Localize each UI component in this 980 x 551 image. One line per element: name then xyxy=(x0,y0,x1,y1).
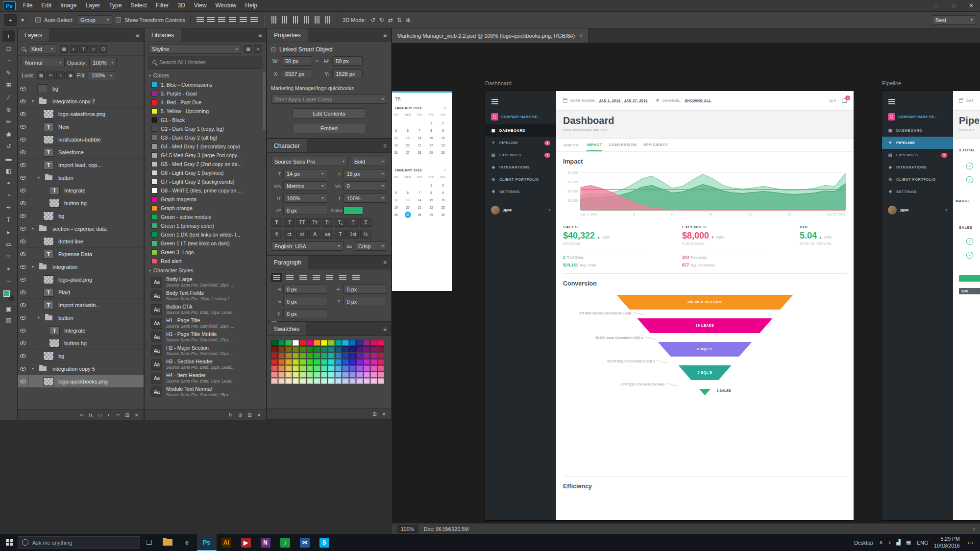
layer-row[interactable]: T Salesforce xyxy=(18,146,144,159)
faux-italic-button[interactable]: T xyxy=(284,218,295,227)
align-bottom-icon[interactable] xyxy=(249,16,259,24)
color-swatch[interactable] xyxy=(314,346,320,352)
visibility-toggle[interactable] xyxy=(18,108,28,120)
align-center-h-icon[interactable] xyxy=(206,16,216,24)
align-left-button[interactable] xyxy=(271,273,282,282)
text-color-swatch[interactable] xyxy=(343,207,363,215)
character-style-item[interactable]: Aa Body LargeSource Sans Pro, Semibold, … xyxy=(145,275,266,289)
visibility-toggle[interactable] xyxy=(18,133,28,145)
color-swatch[interactable] xyxy=(314,372,320,378)
calendar-day[interactable]: 27 xyxy=(402,149,414,156)
library-color-item[interactable]: Green 1 DK (text links on white- l... xyxy=(145,230,266,239)
character-style-item[interactable]: Aa Body Text FieldsSource Sans Pro, 16px… xyxy=(145,289,266,303)
color-swatch[interactable] xyxy=(356,365,363,371)
calendar-day[interactable]: 20 xyxy=(402,204,414,211)
minimize-icon[interactable]: – xyxy=(927,0,945,11)
group-expand-arrow[interactable]: ▾ xyxy=(30,366,35,371)
library-color-item[interactable]: Graph magenta xyxy=(145,195,266,204)
list-view-icon[interactable]: ≡ xyxy=(254,45,262,53)
width-field[interactable]: 50 px xyxy=(282,56,312,66)
layer-row[interactable]: bg xyxy=(18,82,144,95)
color-swatch[interactable] xyxy=(321,378,328,384)
distribute-bottom-icon[interactable] xyxy=(291,16,300,24)
pipeline-sidebar-item-expenses[interactable]: ▤ EXPENSES 1 xyxy=(882,149,953,161)
color-swatch[interactable] xyxy=(278,346,285,352)
calendar-day[interactable]: 22 xyxy=(425,142,437,149)
character-style-item[interactable]: Aa Module Text NormalSource Sans Pro, Se… xyxy=(145,385,266,399)
layer-row[interactable]: T Expense Data xyxy=(18,248,144,261)
taskbar-search-input[interactable] xyxy=(32,540,136,546)
color-swatch[interactable] xyxy=(370,353,377,359)
faux-bold-button[interactable]: T xyxy=(271,218,282,227)
visibility-toggle[interactable] xyxy=(18,235,28,247)
pipeline-sidebar-item-pipeline[interactable]: ▼ PIPELINE xyxy=(882,137,953,149)
calendar-day[interactable]: 9 xyxy=(437,127,449,134)
zoom-tool[interactable]: ⌖ xyxy=(2,263,15,274)
library-color-item[interactable]: Graph orange xyxy=(145,204,266,213)
color-swatch[interactable] xyxy=(285,365,292,371)
color-swatch[interactable] xyxy=(335,365,342,371)
filter-shape-layers-icon[interactable]: ▱ xyxy=(89,45,98,53)
color-swatch[interactable] xyxy=(307,353,314,359)
kerning-field[interactable]: V⁄A Metrics xyxy=(271,181,327,191)
titling-alternates-button[interactable]: T xyxy=(335,230,346,239)
color-swatch[interactable] xyxy=(293,378,299,384)
calendar-day[interactable]: 8 xyxy=(425,189,437,196)
color-swatch[interactable] xyxy=(335,359,342,365)
align-right-button[interactable] xyxy=(297,273,309,282)
color-swatch[interactable] xyxy=(370,340,377,346)
visibility-toggle[interactable] xyxy=(18,120,28,133)
visibility-toggle[interactable] xyxy=(18,248,28,260)
delete-swatch-icon[interactable]: ✕ xyxy=(382,411,386,417)
color-swatch[interactable] xyxy=(342,346,349,352)
tracking-field[interactable]: VA 0 xyxy=(331,181,388,191)
date-range-select[interactable]: JAN 1, 2016 - JAN 27, 2016 xyxy=(599,99,648,103)
gradient-tool[interactable]: ◧ xyxy=(2,165,15,176)
color-swatch[interactable] xyxy=(370,378,377,384)
filter-adjustment-layers-icon[interactable]: ◐ xyxy=(70,45,78,53)
filter-smart-objects-icon[interactable]: ⊡ xyxy=(99,45,107,53)
calendar-day[interactable]: 26 xyxy=(392,149,402,156)
color-swatch[interactable] xyxy=(342,353,349,359)
color-swatch[interactable] xyxy=(314,359,320,365)
visibility-toggle[interactable] xyxy=(18,184,28,196)
color-swatch[interactable] xyxy=(278,359,285,365)
library-select[interactable]: Skyline xyxy=(148,45,241,54)
color-swatch[interactable] xyxy=(271,378,278,384)
foreground-color-swatch[interactable] xyxy=(3,290,10,297)
library-color-item[interactable]: G2 - Dark Gray 1 (copy, bg) xyxy=(145,124,266,133)
color-swatch[interactable] xyxy=(293,372,299,378)
discretionary-ligatures-button[interactable]: st xyxy=(296,230,308,239)
3d-pan-icon[interactable]: ⇄ xyxy=(387,17,394,24)
sidebar-item-dashboard[interactable]: ▦ DASHBOARD xyxy=(485,124,556,137)
align-right-icon[interactable] xyxy=(217,16,226,24)
add-layer-mask-icon[interactable]: ◻ xyxy=(98,412,102,418)
quick-mask-button[interactable]: ▣ xyxy=(2,303,15,314)
delete-item-icon[interactable]: ✕ xyxy=(257,412,261,418)
user-menu[interactable]: JEFF ▾ xyxy=(485,206,556,215)
library-color-item[interactable]: Green - active module xyxy=(145,213,266,221)
quick-selection-tool[interactable]: ✎ xyxy=(2,67,15,78)
visibility-toggle[interactable] xyxy=(18,197,28,209)
color-swatch[interactable] xyxy=(278,372,285,378)
x-field[interactable]: 6927 px xyxy=(282,69,312,78)
indent-right-field[interactable]: ⇤ 0 px xyxy=(331,285,388,294)
canvas[interactable]: TE: ‹JANUARY 2016›SUNMONTUEWEDTHUFRISAT1… xyxy=(392,43,980,523)
color-swatch[interactable] xyxy=(356,346,363,352)
color-swatch[interactable] xyxy=(378,359,385,365)
calendar-day[interactable]: 19 xyxy=(392,142,402,149)
media-player[interactable]: ▶ xyxy=(236,534,256,551)
visibility-toggle[interactable] xyxy=(18,299,28,311)
visibility-toggle[interactable] xyxy=(18,362,28,375)
calendar-day[interactable]: 7 xyxy=(414,189,425,196)
auto-select-checkbox[interactable] xyxy=(35,17,41,23)
layer-row[interactable]: ▾ button xyxy=(18,171,144,184)
justify-last-left-button[interactable] xyxy=(311,273,322,282)
visibility-toggle[interactable] xyxy=(18,273,28,286)
color-swatch[interactable] xyxy=(378,378,385,384)
calendar-day[interactable]: 29 xyxy=(425,211,437,218)
channel-select[interactable]: SHOWING ALL xyxy=(685,99,711,103)
visibility-toggle[interactable] xyxy=(18,82,28,95)
color-swatch[interactable] xyxy=(278,365,285,371)
justify-last-right-button[interactable] xyxy=(337,273,348,282)
